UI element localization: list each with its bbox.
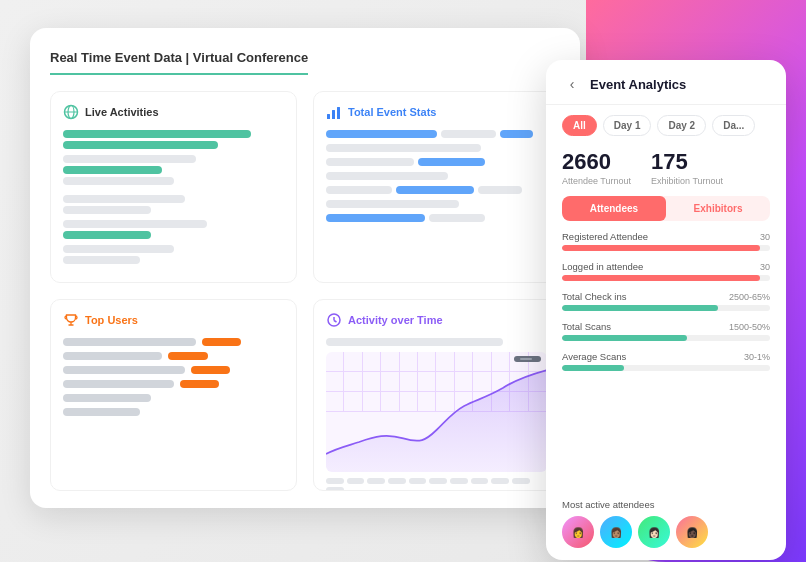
avatars-row: 👩 👩🏽 👩🏻 👩🏿 — [562, 516, 770, 548]
attendee-label: Attendee Turnout — [562, 176, 631, 186]
metric-item: Average Scans 30-1% — [562, 351, 770, 371]
exhibition-stat: 175 Exhibition Turnout — [651, 150, 723, 186]
attendee-stat: 2660 Attendee Turnout — [562, 150, 631, 186]
top-users-list — [63, 338, 284, 416]
total-stats-title: Total Event Stats — [348, 106, 436, 118]
metric-value: 30-1% — [744, 352, 770, 362]
dashboard-grid: Live Activities — [50, 91, 560, 491]
panel-activity-time: Activity over Time — [313, 299, 560, 491]
clock-icon — [326, 312, 342, 328]
chart-icon — [326, 104, 342, 120]
metric-item: Registered Attendee 30 — [562, 231, 770, 251]
metric-bar-fill — [562, 365, 624, 371]
metric-bar-track — [562, 365, 770, 371]
avatar-2: 👩🏽 — [600, 516, 632, 548]
metric-bar-fill — [562, 305, 718, 311]
metric-bar-track — [562, 275, 770, 281]
metrics-list: Registered Attendee 30 Logged in attende… — [546, 231, 786, 491]
live-activities-title: Live Activities — [85, 106, 159, 118]
analytics-title: Event Analytics — [590, 77, 686, 92]
metric-name: Logged in attendee — [562, 261, 643, 272]
live-activities-bars — [63, 130, 284, 264]
analytics-header: ‹ Event Analytics — [546, 60, 786, 105]
filter-tab-more[interactable]: Da... — [712, 115, 755, 136]
metric-name: Average Scans — [562, 351, 626, 362]
exhibition-label: Exhibition Turnout — [651, 176, 723, 186]
panel-top-users: Top Users — [50, 299, 297, 491]
svg-line-10 — [334, 321, 337, 323]
avatar-1: 👩 — [562, 516, 594, 548]
total-stats-bars — [326, 130, 547, 222]
metric-name: Registered Attendee — [562, 231, 648, 242]
metric-value: 1500-50% — [729, 322, 770, 332]
avatar-4: 👩🏿 — [676, 516, 708, 548]
avatar-3: 👩🏻 — [638, 516, 670, 548]
dashboard-card: Real Time Event Data | Virtual Conferenc… — [30, 28, 580, 508]
dashboard-title: Real Time Event Data | Virtual Conferenc… — [50, 50, 308, 75]
metric-item: Total Scans 1500-50% — [562, 321, 770, 341]
activity-chart — [326, 352, 547, 472]
metric-bar-track — [562, 305, 770, 311]
metric-bar-fill — [562, 275, 760, 281]
panel-total-stats: Total Event Stats — [313, 91, 560, 283]
svg-rect-3 — [327, 114, 330, 119]
attendee-number: 2660 — [562, 150, 631, 174]
panel-header-users: Top Users — [63, 312, 284, 328]
activity-time-title: Activity over Time — [348, 314, 443, 326]
panel-live-activities: Live Activities — [50, 91, 297, 283]
active-attendees-label: Most active attendees — [562, 499, 770, 510]
active-attendees-section: Most active attendees 👩 👩🏽 👩🏻 👩🏿 — [546, 491, 786, 560]
filter-tabs: All Day 1 Day 2 Da... — [546, 105, 786, 146]
globe-icon — [63, 104, 79, 120]
filter-tab-all[interactable]: All — [562, 115, 597, 136]
metric-name: Total Scans — [562, 321, 611, 332]
metric-item: Logged in attendee 30 — [562, 261, 770, 281]
panel-header-activity: Activity over Time — [326, 312, 547, 328]
metric-value: 30 — [760, 232, 770, 242]
segment-tabs: Attendees Exhibitors — [562, 196, 770, 221]
metric-value: 30 — [760, 262, 770, 272]
metric-bar-fill — [562, 335, 687, 341]
metric-bar-track — [562, 335, 770, 341]
svg-rect-5 — [337, 107, 340, 119]
seg-tab-attendees[interactable]: Attendees — [562, 196, 666, 221]
trophy-icon — [63, 312, 79, 328]
svg-rect-4 — [332, 110, 335, 119]
seg-tab-exhibitors[interactable]: Exhibitors — [666, 196, 770, 221]
exhibition-number: 175 — [651, 150, 723, 174]
metric-item: Total Check ins 2500-65% — [562, 291, 770, 311]
back-button[interactable]: ‹ — [562, 74, 582, 94]
metric-value: 2500-65% — [729, 292, 770, 302]
panel-header-live: Live Activities — [63, 104, 284, 120]
filter-tab-day2[interactable]: Day 2 — [657, 115, 706, 136]
metric-name: Total Check ins — [562, 291, 626, 302]
metric-bar-track — [562, 245, 770, 251]
filter-tab-day1[interactable]: Day 1 — [603, 115, 652, 136]
analytics-card: ‹ Event Analytics All Day 1 Day 2 Da... … — [546, 60, 786, 560]
top-users-title: Top Users — [85, 314, 138, 326]
metric-bar-fill — [562, 245, 760, 251]
panel-header-stats: Total Event Stats — [326, 104, 547, 120]
stats-row: 2660 Attendee Turnout 175 Exhibition Tur… — [546, 146, 786, 196]
